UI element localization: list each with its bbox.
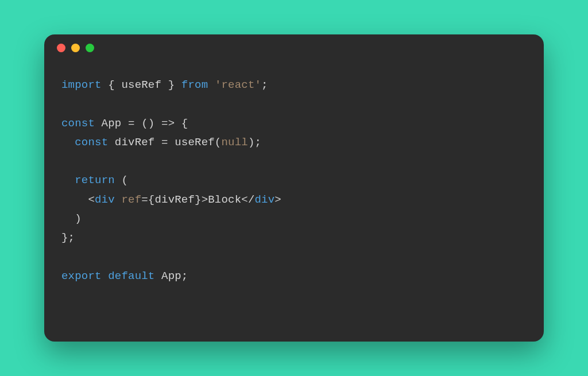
code-window: import { useRef } from 'react'; const Ap… bbox=[44, 34, 544, 342]
titlebar bbox=[44, 34, 544, 61]
maximize-icon[interactable] bbox=[86, 44, 94, 52]
close-icon[interactable] bbox=[57, 44, 65, 52]
code-content: import { useRef } from 'react'; const Ap… bbox=[44, 61, 544, 303]
minimize-icon[interactable] bbox=[71, 44, 80, 52]
